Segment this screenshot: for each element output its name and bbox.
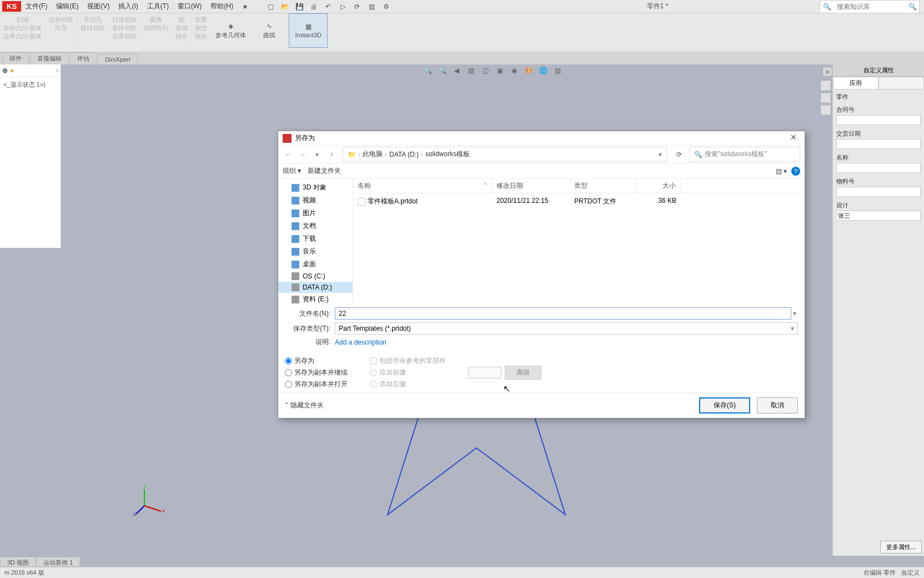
resources-icon[interactable] [821, 93, 831, 103]
cancel-button[interactable]: 取消 [757, 397, 798, 413]
ribbon: 扫描 放样凸台/基体 边界凸台/基体 拉伸切除 向导 异型孔 旋转切除 扫描切除… [0, 13, 924, 52]
open-icon[interactable]: 📂 [279, 1, 291, 12]
design-lib-icon[interactable] [821, 105, 831, 115]
help-button[interactable]: ? [791, 167, 800, 176]
new-icon[interactable]: ▢ [264, 1, 277, 12]
tab-motion-study[interactable]: 运动算例 1 [36, 557, 80, 567]
organize-button[interactable]: 组织 ▾ [283, 166, 301, 176]
tab-weldments[interactable]: 焊件 [2, 52, 29, 64]
tab-evaluate[interactable]: 评估 [70, 52, 97, 64]
options-icon[interactable]: ▤ [365, 1, 378, 12]
refresh-button[interactable]: ⟳ [672, 151, 686, 158]
tree-documents[interactable]: 文档 [278, 220, 353, 232]
new-folder-button[interactable]: 新建文件夹 [308, 166, 341, 176]
column-size[interactable]: 大小 [636, 179, 681, 193]
appearance-icon[interactable]: 🎨 [523, 66, 534, 76]
folder-tree[interactable]: 3D 对象 视频 图片 文档 下载 音乐 桌面 OS (C:) DATA (D:… [278, 179, 353, 304]
tree-drive-c[interactable]: OS (C:) [278, 271, 353, 282]
select-icon[interactable]: ▷ [337, 1, 349, 12]
view-orient-icon[interactable]: ◫ [480, 66, 491, 76]
expand-icon[interactable]: › [56, 67, 58, 74]
menu-file[interactable]: 文件(F) [21, 2, 52, 11]
apply-tab[interactable]: 应用 [833, 77, 878, 89]
custom-properties-panel: 自定义属性 应用 零件 合同号 交货日期 名称 物料号 设计 更多属性... [832, 64, 924, 556]
breadcrumb-drive[interactable]: DATA (D:) [389, 151, 419, 158]
search-input[interactable] [833, 2, 906, 12]
add-description-link[interactable]: Add a description [335, 338, 386, 346]
filename-dropdown-icon[interactable]: ▾ [791, 310, 798, 317]
column-date[interactable]: 修改日期 [492, 179, 570, 193]
hide-folders-link[interactable]: ˄ 隐藏文件夹 [285, 401, 324, 410]
menu-view[interactable]: 视图(V) [83, 2, 114, 11]
tab-direct-edit[interactable]: 直接编辑 [30, 52, 69, 64]
breadcrumb-folder[interactable]: solidworks模板 [425, 150, 470, 159]
tree-desktop[interactable]: 桌面 [278, 258, 353, 271]
menu-help[interactable]: 帮助(H) [206, 2, 238, 11]
breadcrumb[interactable]: 📁 › 此电脑 › DATA (D:) › solidworks模板 ▾ [343, 147, 667, 162]
material-input[interactable] [836, 187, 921, 197]
file-row[interactable]: 零件模板A.prtdot 2020/11/21 22:15 PRTDOT 文件 … [353, 193, 805, 210]
dialog-close-button[interactable]: ✕ [787, 133, 800, 144]
contract-input[interactable] [836, 115, 921, 125]
save-icon[interactable]: 💾 [293, 1, 305, 12]
breadcrumb-pc[interactable]: 此电脑 [363, 150, 383, 159]
appearance-icon[interactable]: ● [10, 67, 14, 74]
rebuild-icon[interactable]: ⟳ [351, 1, 363, 12]
zoom-area-icon[interactable]: 🔍 [436, 66, 448, 76]
view-mode-button[interactable]: ▤ ▾ [776, 167, 787, 175]
menu-window[interactable]: 窗口(W) [173, 2, 206, 11]
nav-recent-button[interactable]: ▾ [312, 151, 323, 158]
tree-pictures[interactable]: 图片 [278, 207, 353, 220]
advanced-button: 高级 [505, 366, 541, 380]
menu-insert[interactable]: 插入(I) [114, 2, 142, 11]
tree-videos[interactable]: 视频 [278, 194, 353, 207]
option-save-as[interactable]: 另存为 [285, 356, 348, 366]
filetype-select[interactable]: Part Templates (*.prtdot) ▾ [335, 322, 798, 335]
settings-icon[interactable]: ⚙ [380, 1, 392, 12]
tree-drive-d[interactable]: DATA (D:) [278, 282, 353, 293]
column-type[interactable]: 类型 [570, 179, 636, 193]
dialog-search[interactable]: 🔍 搜索"solidworks模板" [689, 147, 800, 162]
design-input[interactable] [836, 211, 921, 221]
filename-input[interactable] [335, 307, 791, 320]
column-name[interactable]: 名称 ^ [353, 179, 492, 193]
search-dropdown-icon[interactable]: 🔍 [906, 3, 919, 11]
option-copy-open[interactable]: 另存为副本并打开 [285, 380, 348, 389]
tree-3d-objects[interactable]: 3D 对象 [278, 181, 353, 194]
display-state[interactable]: <_显示状态 1>) [0, 77, 61, 92]
menu-tools[interactable]: 工具(T) [143, 2, 173, 11]
ref-geometry-button[interactable]: ◈ 参考几何体 [211, 13, 250, 48]
tree-icon[interactable]: ⊕ [2, 67, 8, 74]
curves-button[interactable]: ∿ 曲线 [250, 13, 289, 48]
menu-edit[interactable]: 编辑(E) [52, 2, 83, 11]
option-copy-continue[interactable]: 另存为副本并继续 [285, 368, 348, 377]
more-properties-button[interactable]: 更多属性... [880, 541, 922, 554]
pin-icon[interactable]: ★ [239, 1, 251, 12]
hide-show-icon[interactable]: ◉ [509, 66, 520, 76]
print-icon[interactable]: 🖨 [308, 1, 320, 12]
display-style-icon[interactable]: ▣ [494, 66, 505, 76]
undo-icon[interactable]: ↶ [322, 1, 334, 12]
prev-view-icon[interactable]: ◀ [451, 66, 462, 76]
nav-back-button[interactable]: ← [283, 151, 294, 158]
tree-downloads[interactable]: 下载 [278, 232, 353, 245]
breadcrumb-dropdown-icon[interactable]: ▾ [659, 151, 662, 158]
other-tab[interactable] [878, 77, 924, 89]
tree-music[interactable]: 音乐 [278, 245, 353, 258]
tree-drive-e[interactable]: 资料 (E:) [278, 293, 353, 304]
zoom-fit-icon[interactable]: 🔍 [422, 66, 433, 76]
section-icon[interactable]: ▧ [465, 66, 476, 76]
view-settings-icon[interactable]: ▥ [552, 66, 563, 76]
tab-dimxpert[interactable]: DimXpert [98, 54, 138, 64]
home-icon[interactable] [821, 81, 831, 91]
save-button[interactable]: 保存(S) [699, 397, 750, 413]
search-knowledgebase[interactable]: 🔍 🔍 [820, 0, 920, 13]
tab-3d-view[interactable]: 3D 视图 [0, 557, 36, 567]
collapse-panel-button[interactable]: « [822, 67, 832, 77]
scene-icon[interactable]: 🌐 [538, 66, 549, 76]
delivery-input[interactable] [836, 139, 921, 149]
nav-forward-button[interactable]: → [297, 151, 308, 158]
name-input[interactable] [836, 163, 921, 173]
instant3d-button[interactable]: ▦ Instant3D [289, 13, 328, 48]
nav-up-button[interactable]: ↑ [326, 151, 337, 158]
